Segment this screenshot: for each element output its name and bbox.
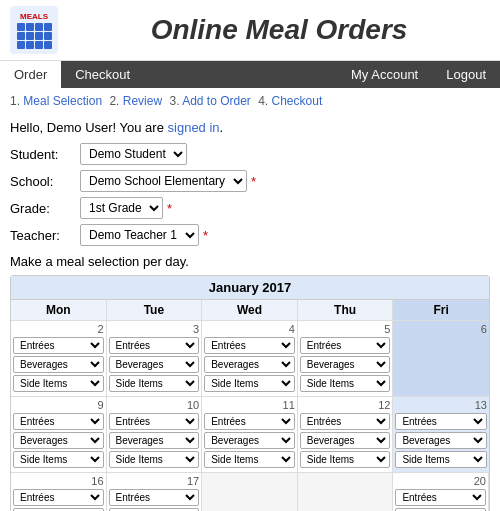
entrees-select-w1-mon[interactable]: Entrées [13,337,104,354]
side-items-select-w1-mon[interactable]: Side Items [13,375,104,392]
logo-text: MEALS [20,12,48,21]
meal-instruction: Make a meal selection per day. [10,254,490,269]
breadcrumb-step-4: 4. Checkout [258,94,322,108]
entrees-select-w3-fri[interactable]: Entrées [395,489,486,506]
entrees-select-w2-tue[interactable]: Entrées [109,413,200,430]
day-name-mon: Mon [11,300,107,320]
day-name-tue: Tue [107,300,203,320]
nav-order[interactable]: Order [0,61,61,88]
signed-in-link[interactable]: signed in [168,120,220,135]
side-items-select-w1-thu[interactable]: Side Items [300,375,391,392]
teacher-row: Teacher: Demo Teacher 1 * [10,224,490,246]
side-items-select-w1-tue[interactable]: Side Items [109,375,200,392]
student-label: Student: [10,147,80,162]
school-row: School: Demo School Elementary * [10,170,490,192]
site-title: Online Meal Orders [68,14,490,46]
beverages-select-w2-fri[interactable]: Beverages [395,432,487,449]
day-name-wed: Wed [202,300,298,320]
cal-cell-w2-fri: 13 Entrées Beverages Side Items [393,397,489,472]
breadcrumb: 1. Meal Selection 2. Review 3. Add to Or… [0,88,500,114]
breadcrumb-link-4[interactable]: Checkout [272,94,323,108]
meal-calendar: January 2017 Mon Tue Wed Thu Fri 2 Entré… [10,275,490,511]
cal-week-2: 9 Entrées Beverages Side Items 10 Entrée… [11,396,489,472]
nav-left: Order Checkout [0,61,144,88]
nav-my-account[interactable]: My Account [337,61,432,88]
school-label: School: [10,174,80,189]
side-items-select-w2-thu[interactable]: Side Items [300,451,391,468]
nav-right: My Account Logout [337,61,500,88]
day-num: 20 [395,475,486,487]
breadcrumb-link-2[interactable]: Review [123,94,162,108]
day-num: 2 [13,323,104,335]
beverages-select-w1-thu[interactable]: Beverages [300,356,391,373]
day-num: 9 [13,399,104,411]
main-nav: Order Checkout My Account Logout [0,61,500,88]
entrees-select-w1-wed[interactable]: Entrées [204,337,295,354]
entrees-select-w2-mon[interactable]: Entrées [13,413,104,430]
cal-cell-w2-thu: 12 Entrées Beverages Side Items [298,397,394,472]
nav-checkout[interactable]: Checkout [61,61,144,88]
breadcrumb-step-2: 2. Review [109,94,162,108]
day-num: 3 [109,323,200,335]
side-items-select-w2-mon[interactable]: Side Items [13,451,104,468]
day-num: 4 [204,323,295,335]
teacher-label: Teacher: [10,228,80,243]
beverages-select-w1-mon[interactable]: Beverages [13,356,104,373]
beverages-select-w2-thu[interactable]: Beverages [300,432,391,449]
beverages-select-w2-wed[interactable]: Beverages [204,432,295,449]
breadcrumb-step-3: 3. Add to Order [169,94,250,108]
entrees-select-w3-tue[interactable]: Entrées [109,489,200,506]
entrees-select-w2-fri[interactable]: Entrées [395,413,487,430]
entrees-select-w2-wed[interactable]: Entrées [204,413,295,430]
nav-logout[interactable]: Logout [432,61,500,88]
cal-cell-w3-fri: 20 Entrées Beverages Side Items [393,473,489,511]
page-header: MEALS Online Meal Orders [0,0,500,61]
grade-label: Grade: [10,201,80,216]
cal-cell-w3-tue: 17 Entrées Beverages Side Items [107,473,203,511]
cal-cell-w2-mon: 9 Entrées Beverages Side Items [11,397,107,472]
calendar-header: January 2017 [11,276,489,300]
breadcrumb-link-1[interactable]: Meal Selection [23,94,102,108]
beverages-select-w2-tue[interactable]: Beverages [109,432,200,449]
teacher-select[interactable]: Demo Teacher 1 [80,224,199,246]
day-num: 6 [395,323,487,335]
breadcrumb-step-1: 1. Meal Selection [10,94,102,108]
beverages-select-w1-wed[interactable]: Beverages [204,356,295,373]
student-select[interactable]: Demo Student [80,143,187,165]
school-select[interactable]: Demo School Elementary [80,170,247,192]
day-name-thu: Thu [298,300,394,320]
side-items-select-w2-fri[interactable]: Side Items [395,451,487,468]
beverages-select-w2-mon[interactable]: Beverages [13,432,104,449]
side-items-select-w2-wed[interactable]: Side Items [204,451,295,468]
cal-cell-w3-mon: 16 Entrées Beverages Side Items [11,473,107,511]
cal-cell-w1-fri: 6 [393,321,489,396]
grade-row: Grade: 1st Grade * [10,197,490,219]
cal-cell-w3-wed [202,473,298,511]
entrees-select-w3-mon[interactable]: Entrées [13,489,104,506]
entrees-select-w1-tue[interactable]: Entrées [109,337,200,354]
hello-text: Hello, Demo User! You are signed in. [10,120,490,135]
day-num: 10 [109,399,200,411]
grade-required: * [167,201,172,216]
cal-week-3: 16 Entrées Beverages Side Items 17 Entré… [11,472,489,511]
day-num: 5 [300,323,391,335]
cal-cell-w2-wed: 11 Entrées Beverages Side Items [202,397,298,472]
school-required: * [251,174,256,189]
teacher-required: * [203,228,208,243]
entrees-select-w1-thu[interactable]: Entrées [300,337,391,354]
beverages-select-w1-tue[interactable]: Beverages [109,356,200,373]
entrees-select-w2-thu[interactable]: Entrées [300,413,391,430]
cal-cell-w1-tue: 3 Entrées Beverages Side Items [107,321,203,396]
grade-select[interactable]: 1st Grade [80,197,163,219]
student-row: Student: Demo Student [10,143,490,165]
day-num: 17 [109,475,200,487]
side-items-select-w2-tue[interactable]: Side Items [109,451,200,468]
breadcrumb-link-3[interactable]: Add to Order [182,94,251,108]
cal-cell-w2-tue: 10 Entrées Beverages Side Items [107,397,203,472]
logo-grid [17,23,52,49]
side-items-select-w1-wed[interactable]: Side Items [204,375,295,392]
main-content: Hello, Demo User! You are signed in. Stu… [0,114,500,511]
day-name-fri: Fri [393,300,489,320]
cal-cell-w1-thu: 5 Entrées Beverages Side Items [298,321,394,396]
day-num: 11 [204,399,295,411]
